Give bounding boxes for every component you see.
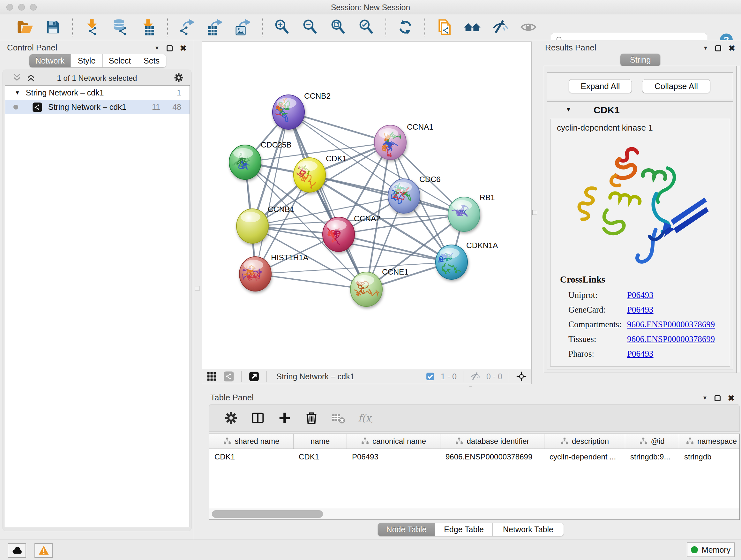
- results-panel-title: Results Panel: [545, 43, 596, 53]
- clone-network-icon[interactable]: [435, 18, 453, 36]
- maximize-panel-icon[interactable]: [166, 45, 173, 51]
- tab-select[interactable]: Select: [103, 54, 137, 67]
- show-all-icon[interactable]: [520, 18, 537, 36]
- section-collapse-icon[interactable]: ▼: [565, 106, 571, 113]
- zoom-selected-icon[interactable]: [358, 18, 375, 36]
- scrollbar-thumb[interactable]: [212, 510, 323, 518]
- node-RB1[interactable]: RB1: [448, 193, 495, 232]
- export-table-icon[interactable]: [206, 18, 224, 36]
- edge-CCNB2-CCNE1[interactable]: [288, 112, 366, 289]
- crosslink-value-link[interactable]: P06493: [627, 290, 654, 300]
- home-icon[interactable]: [464, 18, 481, 36]
- column-header-description[interactable]: description: [544, 434, 625, 449]
- column-header--id[interactable]: @id: [625, 434, 679, 449]
- grid-view-icon[interactable]: [206, 371, 217, 382]
- open-folder-icon[interactable]: [16, 18, 33, 36]
- export-image-icon[interactable]: [234, 18, 252, 36]
- node-label-CDK1: CDK1: [326, 154, 347, 163]
- current-network-dot: [13, 105, 18, 110]
- network-canvas[interactable]: CCNB2CCNA1CDC25BCDK1CDC6RB1CCNB1CCNA2CDK…: [202, 42, 532, 369]
- network-collection-row[interactable]: ▼String Network – cdk11: [5, 85, 190, 100]
- selected-nodes-checkbox[interactable]: [425, 372, 435, 381]
- network-row[interactable]: String Network – cdk11148: [5, 100, 190, 114]
- float-table-icon[interactable]: ▼: [702, 395, 708, 401]
- close-results-icon[interactable]: ✖: [728, 44, 735, 52]
- column-header-database-identifier[interactable]: database identifier: [441, 434, 544, 449]
- column-header-name[interactable]: name: [293, 434, 347, 449]
- column-header-shared-name[interactable]: shared name: [209, 434, 293, 449]
- warnings-button[interactable]: [35, 543, 53, 558]
- cell-name[interactable]: CDK1: [293, 450, 347, 464]
- import-table-icon[interactable]: [139, 18, 157, 36]
- control-panel-tabs: NetworkStyleSelectSets: [29, 54, 166, 67]
- tab-edge-table[interactable]: Edge Table: [435, 523, 493, 536]
- edge-CDK1-RB1[interactable]: [310, 175, 464, 214]
- crosslink-value-link[interactable]: 9606.ENSP00000378699: [627, 320, 715, 329]
- tab-string[interactable]: String: [620, 54, 660, 66]
- cell--id[interactable]: stringdb:9...: [625, 450, 679, 464]
- import-network-icon[interactable]: [83, 18, 100, 36]
- maximize-results-icon[interactable]: [715, 45, 721, 51]
- network-options-gear-icon[interactable]: [173, 72, 184, 83]
- node-CCNB2[interactable]: CCNB2: [273, 91, 331, 129]
- node-label-RB1: RB1: [480, 193, 495, 202]
- tab-sets[interactable]: Sets: [137, 54, 166, 67]
- toolbar-separator: [262, 18, 263, 37]
- zoom-in-icon[interactable]: [273, 18, 291, 36]
- fit-content-icon[interactable]: [516, 371, 527, 382]
- tab-network[interactable]: Network: [29, 54, 71, 67]
- expand-all-button[interactable]: Expand All: [569, 79, 632, 93]
- plus-icon[interactable]: [277, 411, 292, 425]
- node-CDKN1A[interactable]: CDKN1A: [435, 241, 498, 279]
- edge-CCNB2-HIST1H1A[interactable]: [255, 112, 288, 274]
- cell-description[interactable]: cyclin-dependent ...: [544, 450, 625, 464]
- import-database-icon[interactable]: [111, 18, 129, 36]
- hide-selected-icon[interactable]: [492, 18, 509, 36]
- node-CDC6[interactable]: CDC6: [388, 175, 441, 213]
- crosslink-value-link[interactable]: P06493: [627, 349, 654, 359]
- collapse-all-button[interactable]: Collapse All: [642, 79, 711, 93]
- detach-view-icon[interactable]: [249, 371, 259, 382]
- node-HIST1H1A[interactable]: HIST1H1A: [239, 253, 309, 291]
- right-splitter-handle[interactable]: [532, 210, 537, 215]
- close-table-icon[interactable]: ✖: [728, 394, 735, 402]
- save-icon[interactable]: [44, 18, 62, 36]
- column-header-canonical-name[interactable]: canonical name: [347, 434, 441, 449]
- edge-HIST1H1A-CCNE1[interactable]: [255, 274, 366, 289]
- zoom-fit-icon[interactable]: [330, 18, 347, 36]
- cell-database-identifier[interactable]: 9606.ENSP00000378699: [441, 450, 544, 464]
- float-results-icon[interactable]: ▼: [703, 45, 708, 51]
- tab-style[interactable]: Style: [71, 54, 103, 67]
- table-row[interactable]: CDK1CDK1P064939606.ENSP00000378699cyclin…: [209, 450, 740, 464]
- cloud-button[interactable]: [8, 543, 26, 558]
- memory-button[interactable]: Memory: [687, 543, 735, 557]
- left-splitter-handle[interactable]: [195, 286, 199, 291]
- export-network-icon[interactable]: [179, 18, 196, 36]
- cell-shared-name[interactable]: CDK1: [209, 450, 293, 464]
- zoom-out-icon[interactable]: [301, 18, 319, 36]
- results-scrollbar[interactable]: [737, 66, 740, 373]
- close-panel-icon[interactable]: ✖: [180, 44, 187, 52]
- network-column-icon: [455, 437, 463, 445]
- cell-canonical-name[interactable]: P06493: [347, 450, 441, 464]
- node-CCNA2[interactable]: CCNA2: [323, 214, 381, 252]
- crosslink-value-link[interactable]: P06493: [627, 305, 654, 315]
- tab-network-table[interactable]: Network Table: [493, 523, 563, 536]
- network-graph: CCNB2CCNA1CDC25BCDK1CDC6RB1CCNB1CCNA2CDK…: [202, 42, 531, 369]
- refresh-icon[interactable]: [397, 18, 414, 36]
- trash-icon[interactable]: [304, 411, 319, 425]
- crosslink-row: Uniprot:P06493: [568, 288, 728, 302]
- crosslink-value-link[interactable]: 9606.ENSP00000378699: [627, 334, 715, 344]
- collection-expand-icon[interactable]: ▼: [15, 90, 20, 96]
- maximize-table-icon[interactable]: [715, 395, 721, 401]
- cell-namespace[interactable]: stringdb: [679, 450, 740, 464]
- gear-icon[interactable]: [224, 411, 239, 425]
- tab-node-table[interactable]: Node Table: [378, 523, 435, 536]
- hidden-items-icon[interactable]: [470, 371, 481, 381]
- node-label-CCNA2: CCNA2: [354, 214, 381, 223]
- network-overview-icon[interactable]: [223, 371, 234, 382]
- column-header-namespace[interactable]: namespace: [679, 434, 740, 449]
- columns-icon[interactable]: [251, 411, 265, 425]
- float-panel-icon[interactable]: ▼: [154, 45, 159, 51]
- node-CCNA1[interactable]: CCNA1: [374, 123, 433, 160]
